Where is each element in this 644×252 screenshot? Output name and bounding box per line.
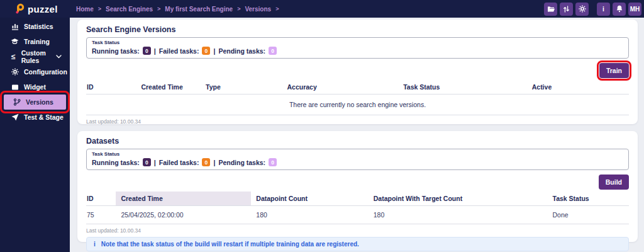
less-equal-icon: ≤	[11, 52, 16, 61]
task-status-heading: Task Status	[92, 40, 623, 45]
column-header-datapoint-count[interactable]: Datapoint Count	[251, 192, 368, 205]
column-header-task-status[interactable]: Task Status	[398, 80, 527, 94]
sidebar-item-label: Statistics	[24, 23, 53, 30]
section-title: Search Engine Versions	[86, 25, 629, 34]
sidebar-item-test-and-stage[interactable]: Test & Stage	[2, 110, 68, 125]
sidebar-item-training[interactable]: Training	[2, 34, 68, 49]
versions-last-updated: Last updated: 10.00.34	[86, 118, 629, 125]
cell-id: 75	[86, 211, 116, 219]
versions-empty-message: There are currently no search engine ver…	[86, 94, 629, 115]
breadcrumb-separator: >	[98, 6, 101, 12]
column-header-type[interactable]: Type	[201, 80, 282, 94]
sidebar-item-label: Configuration	[24, 68, 67, 76]
sort-arrows-icon[interactable]	[560, 3, 573, 16]
window-icon	[11, 84, 19, 91]
failed-tasks-badge: 0	[202, 47, 210, 55]
breadcrumb-separator: >	[275, 6, 279, 12]
search-engine-versions-card: Search Engine Versions Task Status Runni…	[77, 20, 638, 124]
running-tasks-label: Running tasks:	[92, 159, 140, 166]
column-header-created-time[interactable]: Created Time	[136, 80, 201, 94]
datasets-last-updated: Last updated: 10.00.34	[86, 227, 629, 234]
build-restart-note: i Note that the task status of the build…	[86, 237, 629, 251]
failed-tasks-label: Failed tasks:	[159, 47, 199, 55]
column-header-created-time[interactable]: Created Time	[116, 192, 251, 205]
cell-datapoint-count: 180	[251, 211, 368, 219]
breadcrumb-my-first-search-engine[interactable]: My first Search Engine	[165, 6, 233, 13]
running-tasks-badge: 0	[143, 47, 151, 55]
gear-icon[interactable]	[575, 3, 589, 16]
breadcrumb-separator: >	[237, 6, 240, 12]
sidebar-item-label: Training	[24, 38, 50, 45]
puzzel-logo-icon	[15, 3, 25, 14]
failed-tasks-label: Failed tasks:	[159, 159, 199, 166]
running-tasks-badge: 0	[143, 158, 151, 166]
note-text: Note that the task status of the build w…	[101, 241, 359, 248]
column-header-accuracy[interactable]: Accuracy	[282, 80, 399, 94]
puzzel-logo[interactable]: puzzel	[0, 3, 70, 14]
main-content: Search Engine Versions Task Status Runni…	[70, 18, 644, 252]
train-button-row: Train	[86, 63, 629, 78]
bar-chart-icon	[11, 23, 19, 30]
column-header-id[interactable]: ID	[86, 80, 136, 94]
topbar-action-icons: i MH	[544, 3, 644, 16]
breadcrumb-home[interactable]: Home	[76, 6, 94, 13]
section-title: Datasets	[86, 137, 629, 146]
datasets-table-header: ID Created Time Datapoint Count Datapoin…	[86, 192, 629, 206]
cell-task-status: Done	[548, 211, 629, 219]
sidebar-item-label: Widget	[24, 83, 46, 91]
sidebar-item-configuration[interactable]: Configuration	[2, 64, 68, 79]
running-tasks-label: Running tasks:	[92, 47, 140, 55]
column-header-datapoint-with-target-count[interactable]: Datapoint With Target Count	[369, 192, 548, 205]
cell-created-time: 25/04/2025, 02:00:00	[116, 211, 251, 219]
sidebar-item-versions[interactable]: Versions	[4, 94, 66, 110]
bell-icon[interactable]	[613, 3, 626, 16]
avatar[interactable]: MH	[628, 3, 641, 16]
column-header-id[interactable]: ID	[86, 192, 116, 205]
failed-tasks-badge: 0	[202, 158, 210, 166]
task-status-counts: Running tasks: 0 | Failed tasks: 0 | Pen…	[92, 158, 623, 166]
train-button[interactable]: Train	[599, 63, 629, 78]
sidebar-item-statistics[interactable]: Statistics	[2, 19, 68, 34]
top-bar: puzzel Home > Search Engines > My first …	[0, 0, 644, 18]
graduation-cap-icon	[11, 38, 19, 45]
logo-text: puzzel	[28, 4, 58, 14]
build-button[interactable]: Build	[599, 175, 629, 190]
versions-task-status-box: Task Status Running tasks: 0 | Failed ta…	[86, 37, 629, 59]
pending-tasks-badge: 0	[269, 158, 277, 166]
cell-datapoint-with-target-count: 180	[369, 211, 548, 219]
separator: |	[213, 47, 215, 55]
info-icon: i	[94, 241, 96, 248]
breadcrumb: Home > Search Engines > My first Search …	[76, 6, 279, 13]
datasets-task-status-box: Task Status Running tasks: 0 | Failed ta…	[86, 149, 629, 170]
gear-icon	[11, 68, 19, 76]
sidebar-item-custom-rules[interactable]: ≤ Custom Rules	[2, 49, 68, 64]
datasets-card: Datasets Task Status Running tasks: 0 | …	[77, 131, 638, 242]
sidebar-item-widget[interactable]: Widget	[2, 79, 68, 94]
column-header-task-status[interactable]: Task Status	[548, 192, 629, 205]
folder-open-icon[interactable]	[544, 3, 557, 16]
pending-tasks-label: Pending tasks:	[218, 159, 265, 166]
paper-plane-icon	[11, 113, 19, 121]
chevron-down-icon	[56, 55, 62, 59]
breadcrumb-separator: >	[157, 6, 160, 12]
breadcrumb-search-engines[interactable]: Search Engines	[106, 6, 153, 13]
pending-tasks-label: Pending tasks:	[218, 47, 265, 55]
breadcrumb-versions[interactable]: Versions	[245, 6, 271, 13]
sidebar-item-label: Versions	[26, 98, 53, 106]
separator: |	[213, 159, 215, 166]
separator: |	[154, 47, 156, 55]
table-row: 75 25/04/2025, 02:00:00 180 180 Done	[86, 206, 629, 224]
sidebar: Statistics Training ≤ Custom Rules Confi…	[0, 18, 70, 252]
task-status-counts: Running tasks: 0 | Failed tasks: 0 | Pen…	[92, 47, 623, 55]
separator: |	[154, 159, 156, 166]
sidebar-item-label: Custom Rules	[21, 49, 51, 64]
task-status-heading: Task Status	[92, 151, 623, 157]
sidebar-item-label: Test & Stage	[24, 113, 64, 121]
git-branch-icon	[13, 98, 21, 106]
build-button-row: Build	[86, 175, 629, 190]
column-header-active[interactable]: Active	[527, 80, 629, 94]
pending-tasks-badge: 0	[269, 47, 277, 55]
info-icon[interactable]: i	[597, 3, 610, 16]
versions-table-header: ID Created Time Type Accuracy Task Statu…	[86, 80, 629, 94]
